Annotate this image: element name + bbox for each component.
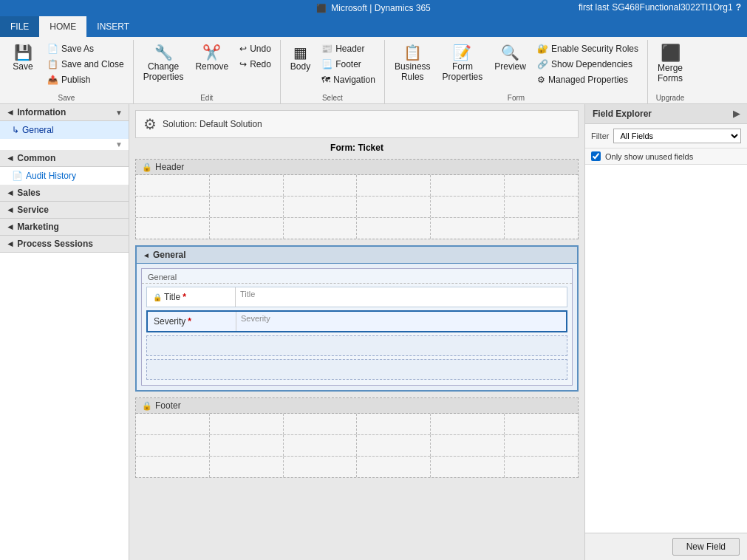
footer-cell-2-1[interactable]	[136, 435, 210, 456]
information-expand-icon[interactable]: ▼	[115, 140, 123, 148]
remove-button[interactable]: ✂️ Remove	[190, 41, 233, 75]
save-as-button[interactable]: 📄 Save As	[43, 41, 129, 56]
nav-section-information[interactable]: ◄ Information ▼	[0, 104, 129, 121]
ribbon-group-save: 💾 Save 📄 Save As 📋 Save and Close 📤 Publ…	[0, 40, 134, 103]
footer-cell-2-2[interactable]	[210, 435, 284, 456]
nav-item-general[interactable]: ↳ General	[0, 121, 129, 139]
header-cell-1-5[interactable]	[431, 175, 505, 196]
header-cell-1-3[interactable]	[284, 175, 358, 196]
only-unused-checkbox[interactable]	[591, 151, 601, 161]
header-cell-3-2[interactable]	[210, 218, 284, 239]
information-collapse-icon: ▼	[115, 109, 123, 117]
tab-file[interactable]: FILE	[0, 16, 39, 37]
ribbon-group-upgrade: ⬛ MergeForms Upgrade	[648, 40, 692, 103]
header-cell-3-4[interactable]	[357, 218, 431, 239]
redo-icon: ↪	[239, 59, 247, 69]
field-explorer-expand-icon[interactable]: ▶	[733, 109, 740, 119]
header-cell-3-1[interactable]	[136, 218, 210, 239]
general-empty-row-2[interactable]	[146, 359, 567, 380]
publish-label: Publish	[61, 75, 90, 85]
severity-field-row[interactable]: Severity * Severity	[146, 310, 567, 332]
severity-label-text: Severity	[154, 316, 185, 327]
header-cell-1-2[interactable]	[210, 175, 284, 196]
header-cell-3-6[interactable]	[505, 218, 578, 239]
nav-section-common[interactable]: ◄ Common	[0, 150, 129, 167]
form-properties-button[interactable]: 📝 FormProperties	[437, 41, 488, 86]
header-cell-3-3[interactable]	[284, 218, 358, 239]
enable-security-button[interactable]: 🔐 Enable Security Roles	[533, 41, 643, 56]
footer-cell-1-6[interactable]	[505, 414, 578, 434]
footer-cell-3-2[interactable]	[210, 457, 284, 477]
general-empty-row-1[interactable]	[146, 335, 567, 356]
nav-item-audit-history[interactable]: 📄 Audit History	[0, 167, 129, 185]
save-icon: 💾	[14, 45, 33, 60]
show-dependencies-button[interactable]: 🔗 Show Dependencies	[533, 57, 643, 72]
title-field-row[interactable]: 🔒 Title * Title	[146, 287, 567, 307]
left-nav: ◄ Information ▼ ↳ General ▼ ◄ Common 📄 A…	[0, 104, 129, 560]
header-cell-1-1[interactable]	[136, 175, 210, 196]
header-cell-2-2[interactable]	[210, 197, 284, 217]
merge-forms-label: MergeForms	[658, 63, 683, 83]
body-button[interactable]: ▦ Body	[285, 41, 315, 75]
preview-button[interactable]: 🔍 Preview	[489, 41, 531, 75]
header-cell-2-6[interactable]	[505, 197, 578, 217]
help-icon[interactable]: ?	[736, 2, 741, 13]
new-field-button[interactable]: New Field	[672, 538, 740, 556]
nav-section-sales[interactable]: ◄ Sales	[0, 185, 129, 202]
footer-cell-2-6[interactable]	[505, 435, 578, 456]
undo-button[interactable]: ↩ Undo	[235, 41, 276, 56]
header-cell-2-3[interactable]	[284, 197, 358, 217]
severity-input-placeholder: Severity	[236, 312, 566, 331]
ribbon-content: 💾 Save 📄 Save As 📋 Save and Close 📤 Publ…	[0, 37, 747, 103]
footer-cell-1-5[interactable]	[431, 414, 505, 434]
managed-properties-button[interactable]: ⚙ Managed Properties	[533, 72, 643, 87]
footer-cell-2-3[interactable]	[284, 435, 358, 456]
change-properties-button[interactable]: 🔧 ChangeProperties	[138, 41, 189, 86]
header-cell-1-6[interactable]	[505, 175, 578, 196]
solution-icon: ⚙	[143, 115, 157, 133]
tab-insert[interactable]: INSERT	[86, 16, 140, 37]
user-info: first last SG468Functional3022TI1Org1 ?	[579, 2, 741, 13]
footer-cell-3-4[interactable]	[357, 457, 431, 477]
footer-button[interactable]: 📃 Footer	[317, 57, 380, 72]
footer-cell-1-1[interactable]	[136, 414, 210, 434]
field-list	[585, 165, 747, 533]
footer-cell-1-3[interactable]	[284, 414, 358, 434]
form-props-icon: 📝	[453, 45, 471, 60]
save-close-icon: 📋	[47, 59, 58, 69]
field-filter-select[interactable]: All Fields Unused Fields Required Fields	[613, 129, 741, 143]
header-button[interactable]: 📰 Header	[317, 41, 380, 56]
redo-button[interactable]: ↪ Redo	[235, 57, 276, 72]
select-group-label: Select	[285, 92, 380, 103]
header-cell-2-4[interactable]	[357, 197, 431, 217]
merge-forms-button[interactable]: ⬛ MergeForms	[652, 41, 688, 87]
only-unused-label: Only show unused fields	[605, 152, 693, 161]
navigation-button[interactable]: 🗺 Navigation	[317, 72, 380, 87]
header-cell-1-4[interactable]	[357, 175, 431, 196]
header-cell-2-1[interactable]	[136, 197, 210, 217]
footer-row-1	[136, 414, 578, 435]
tab-home[interactable]: HOME	[39, 16, 86, 37]
footer-cell-3-6[interactable]	[505, 457, 578, 477]
footer-cell-2-4[interactable]	[357, 435, 431, 456]
brand-text: Microsoft | Dynamics 365	[331, 3, 431, 13]
footer-cell-1-2[interactable]	[210, 414, 284, 434]
business-rules-button[interactable]: 📋 BusinessRules	[389, 41, 436, 86]
nav-section-process-sessions[interactable]: ◄ Process Sessions	[0, 236, 129, 253]
header-cell-2-5[interactable]	[431, 197, 505, 217]
nav-section-service[interactable]: ◄ Service	[0, 202, 129, 219]
show-dependencies-label: Show Dependencies	[551, 59, 632, 69]
header-footer-nav-stack: 📰 Header 📃 Footer 🗺 Navigation	[317, 41, 380, 87]
footer-cell-2-5[interactable]	[431, 435, 505, 456]
footer-cell-1-4[interactable]	[357, 414, 431, 434]
footer-cell-3-1[interactable]	[136, 457, 210, 477]
save-button[interactable]: 💾 Save	[4, 41, 41, 75]
publish-button[interactable]: 📤 Publish	[43, 72, 129, 87]
nav-section-information-label: ◄ Information	[6, 107, 66, 117]
footer-cell-3-5[interactable]	[431, 457, 505, 477]
nav-section-marketing[interactable]: ◄ Marketing	[0, 219, 129, 236]
header-cell-3-5[interactable]	[431, 218, 505, 239]
save-close-button[interactable]: 📋 Save and Close	[43, 57, 129, 72]
footer-cell-3-3[interactable]	[284, 457, 358, 477]
org-name: SG468Functional3022TI1Org1	[612, 2, 732, 13]
